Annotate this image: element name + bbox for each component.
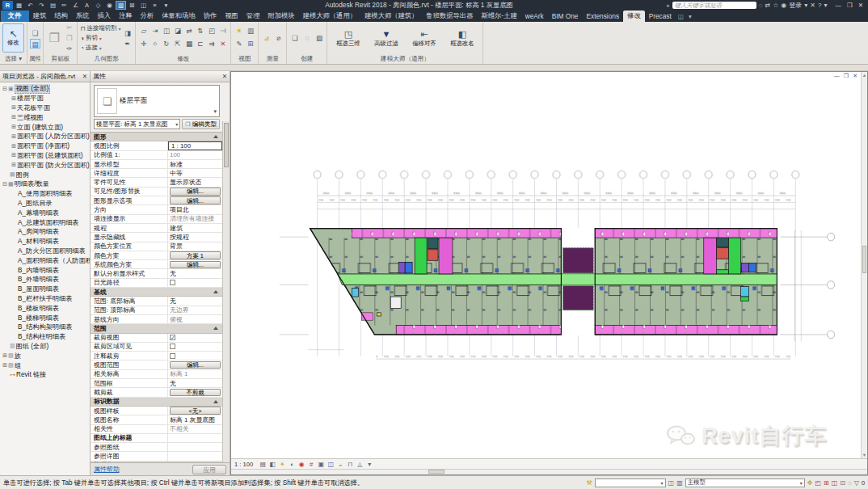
search-input[interactable]: 键入关键字或短语 (672, 2, 756, 9)
mirror-draw-axis-icon[interactable]: ◪ (172, 26, 183, 36)
unpin-icon[interactable]: ⇉ (206, 39, 217, 48)
visual-style-icon[interactable]: ◧ (268, 461, 276, 468)
modify-tool-button[interactable]: ↖ 修改 (2, 23, 24, 53)
property-checkbox[interactable] (170, 353, 175, 359)
property-edit-button[interactable]: 编辑... (170, 361, 221, 369)
select-by-face-toggle-icon[interactable]: ◫ (832, 479, 838, 487)
thin-lines-icon[interactable]: ▥ (116, 1, 126, 10)
tree-item[interactable]: ⊟ ▣ 视图 (全部) (0, 84, 90, 94)
scroll-down-icon[interactable]: ▼ (862, 453, 866, 457)
measure-tool-icon[interactable]: ⊿ (261, 33, 272, 43)
split-face-icon[interactable]: ◨ (122, 28, 133, 38)
ribbon-tab[interactable]: 视图 (221, 11, 242, 22)
worksets-dropdown[interactable]: ▾ (595, 478, 666, 487)
property-edit-button[interactable]: 编辑... (170, 261, 221, 269)
copy-icon[interactable]: ⇅ (195, 26, 205, 36)
tree-item[interactable]: B_楼梯明细表 (0, 313, 90, 322)
scroll-up-icon[interactable]: ▲ (862, 73, 866, 78)
redo-icon[interactable]: ↷ (36, 1, 47, 10)
property-row[interactable]: 视图比例 1 : 100 1 : 100 (91, 141, 222, 150)
property-row[interactable]: 显示模型 标准 标准 (91, 160, 222, 169)
type-selector[interactable]: ❏ 楼层平面 ▾ (94, 85, 220, 117)
analysis-display-icon[interactable]: ◬ (356, 461, 364, 468)
design-options-icon[interactable]: ▥ (676, 479, 683, 487)
property-row[interactable]: 视图样板 <无> <无> (91, 407, 222, 415)
instance-selector-dropdown[interactable]: 楼层平面: 标高 1 灰显底图 ▾ (94, 119, 180, 129)
properties-scrollbar[interactable] (222, 121, 230, 462)
property-row[interactable]: 裁剪区域可见 (91, 343, 222, 352)
close-icon[interactable]: ✕ (81, 73, 87, 80)
expand-icon[interactable]: ⊞ (11, 95, 17, 102)
mirror-pick-axis-icon[interactable]: ◫ (161, 26, 171, 36)
split-icon[interactable]: ◰ (206, 26, 217, 36)
default-3d-view-icon[interactable]: ◇ (93, 1, 103, 10)
tree-item[interactable]: ⊞ 三维视图 (0, 112, 90, 122)
offset-icon[interactable]: ⇥ (150, 26, 160, 36)
create-assembly-icon[interactable]: ▧ (314, 33, 324, 43)
thin-lines-toggle-icon[interactable]: ▥ (245, 26, 255, 36)
apply-button[interactable]: 应用 (192, 465, 226, 474)
ribbon-tab[interactable]: 建模大师（建筑） (360, 11, 422, 22)
property-row[interactable]: 范围: 底部标高 无 无 (91, 297, 222, 306)
tree-item[interactable]: A_房间明细表 (0, 227, 90, 237)
panel-label-select[interactable]: 选择 ▾ (0, 54, 27, 64)
print-icon[interactable]: ▤ (48, 1, 58, 10)
search-caret-icon[interactable]: ▸ (667, 2, 670, 9)
tree-item[interactable]: A_防火分区面积明细表 (0, 247, 90, 256)
minimize-button[interactable]: — (832, 2, 844, 9)
exchange-apps-icon[interactable]: ✕ (810, 2, 815, 9)
aligned-dimension-icon[interactable]: ⌀ (273, 33, 284, 43)
property-row[interactable]: 比例值 1: 100 100 (91, 151, 222, 160)
tree-item[interactable]: B_内墙明细表 (0, 265, 90, 275)
delete-icon[interactable]: ✕ (217, 39, 228, 48)
drawing-area[interactable]: — ❐ ✕ 3300 1500 (230, 71, 868, 475)
shadows-icon[interactable]: ◐ (288, 461, 296, 468)
restore-button[interactable]: ❐ (845, 2, 855, 9)
crop-view-icon[interactable]: # (307, 461, 315, 468)
ribbon-tab[interactable]: 体量和场地 (158, 11, 199, 22)
property-row[interactable]: 可见性/图形替换 编辑... 编辑... (91, 188, 222, 196)
design-options-dropdown[interactable]: 主模型 ▾ (685, 478, 805, 487)
property-checkbox[interactable] (170, 280, 175, 285)
property-row[interactable]: 图形显示选项 编辑... 编辑... (91, 196, 222, 205)
property-row[interactable]: 注释裁剪 (91, 352, 222, 360)
ribbon-tab[interactable]: Extensions (583, 11, 624, 22)
temporary-hide-isolate-icon[interactable]: ◫ (327, 461, 335, 468)
tree-item[interactable]: ▥ 图纸 (全部) (0, 342, 90, 352)
cut-icon[interactable]: ✂ (64, 23, 74, 32)
tree-item[interactable]: A_材料明细表 (0, 237, 90, 247)
vertical-scrollbar[interactable]: ▲ ▼ (861, 72, 867, 458)
property-row[interactable]: 裁剪视图 (91, 334, 222, 343)
modeling-master-button[interactable]: ⇤ 偏移对齐 (406, 23, 442, 53)
property-row[interactable]: 基线方向 俯视 俯视 (91, 315, 222, 324)
property-row[interactable]: 范围 (91, 324, 222, 333)
property-checkbox[interactable] (170, 335, 175, 340)
properties-header[interactable]: 属性 ✕ (91, 71, 230, 82)
property-edit-button[interactable]: 不剪裁 (170, 389, 221, 397)
login-dropdown-icon[interactable]: ▾ (804, 2, 807, 9)
tree-item[interactable]: ⊶ Revit 链接 (0, 370, 90, 380)
close-icon[interactable]: ✕ (221, 73, 227, 80)
property-row[interactable]: 零件可见性 显示原状态 显示原状态 (91, 178, 222, 187)
tree-item[interactable]: ⊞ ▧ 族 (0, 351, 90, 360)
tree-item[interactable]: ⊞ 面积平面 (净面积) (0, 141, 90, 151)
properties-help-link[interactable]: 属性帮助 (94, 465, 120, 474)
geometry-tool[interactable]: ⊓ 连接端切割 ▾ (80, 23, 120, 33)
sun-path-icon[interactable]: ☀ (278, 461, 286, 468)
tree-item[interactable]: B_楼板明细表 (0, 303, 90, 313)
expand-icon[interactable]: ⊞ (2, 362, 8, 369)
tree-item[interactable]: ⊞ 面积平面 (人防分区面积) (0, 132, 90, 141)
select-pinned-toggle-icon[interactable]: ⊞ (824, 479, 829, 487)
property-row[interactable]: 视图名称 标高 1 灰显底图 标高 1 灰显底图 (91, 415, 222, 424)
tree-item[interactable]: ⊞ 面积平面 (总建筑面积) (0, 151, 90, 161)
copy-to-clipboard-icon[interactable]: ❐ (64, 33, 74, 43)
property-row[interactable]: 系统颜色方案 编辑... 编辑... (91, 260, 222, 269)
ribbon-tab[interactable]: 建模大师（通用） (299, 11, 360, 22)
tree-item[interactable]: ⊞ 立面 (建筑立面) (0, 122, 90, 132)
rendering-dialog-icon[interactable]: ◉ (297, 461, 305, 468)
type-properties-icon[interactable]: ▤ (30, 39, 40, 48)
property-row[interactable]: 相关标高 标高 1 标高 1 (91, 370, 222, 379)
drag-selection-toggle-icon[interactable]: ⊡ (840, 479, 845, 487)
create-similar-icon[interactable]: ◌ (301, 33, 312, 43)
align-icon[interactable]: ▱ (138, 26, 149, 36)
